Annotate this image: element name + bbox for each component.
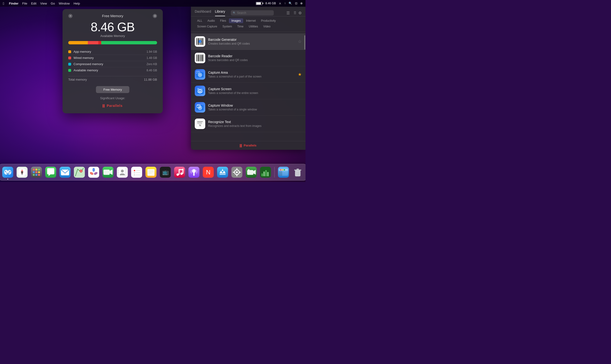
scrollbar-thumb[interactable] [304, 35, 305, 50]
dock-finder-window[interactable] [277, 166, 290, 179]
svg-rect-82 [118, 170, 119, 171]
svg-point-92 [134, 174, 135, 176]
dock-istatmenus[interactable] [259, 166, 272, 179]
barcode-reader-name: Barcode Reader [208, 54, 302, 58]
tab-dashboard[interactable]: Dashboard [195, 10, 211, 16]
barcode-generator-info: Barcode Generator Creates barcodes and Q… [208, 38, 296, 45]
tab-library[interactable]: Library [215, 10, 225, 16]
total-memory-value: 11.88 GB [144, 78, 157, 81]
panel-parallels-bar-1 [240, 144, 240, 147]
dock-reminders[interactable] [130, 166, 143, 179]
scrollbar-track[interactable] [304, 7, 306, 150]
cat-utilities[interactable]: Utilities [246, 24, 260, 29]
cat-audio[interactable]: Audio [205, 18, 217, 23]
svg-rect-7 [203, 38, 203, 45]
cat-images[interactable]: Images [229, 18, 243, 23]
dock-finder[interactable] [1, 166, 14, 179]
search-box[interactable]: 🔍 [231, 10, 274, 15]
dock-messages[interactable] [44, 166, 57, 179]
dock-separator [275, 167, 275, 178]
widget-parallels-logo: Parallels [68, 104, 157, 108]
menubar-cast-icon[interactable]: ⊡ [295, 2, 297, 5]
cat-productivity[interactable]: Productivity [258, 18, 278, 23]
dock-appstore[interactable] [216, 166, 229, 179]
svg-rect-1 [197, 38, 198, 45]
dock-appletv[interactable]: 📺 [159, 166, 172, 179]
menubar-window[interactable]: Window [59, 2, 70, 5]
panel-gear-icon[interactable]: ⚙ [298, 11, 302, 15]
dock-podcasts[interactable] [188, 166, 200, 179]
dock-contacts[interactable] [116, 166, 129, 179]
svg-rect-15 [200, 55, 200, 61]
dot-app-memory [68, 50, 71, 53]
svg-point-133 [280, 169, 281, 170]
free-memory-button[interactable]: Free Memory [96, 86, 129, 93]
dock-sysprefs[interactable] [231, 166, 243, 179]
barcode-reader-desc: Scans barcodes and QR codes [208, 58, 302, 62]
dock-notes[interactable] [145, 166, 158, 179]
dock-camo[interactable] [245, 166, 258, 179]
menubar-left:  Finder File Edit View Go Window Help [3, 1, 80, 5]
menubar-app-name[interactable]: Finder [9, 2, 18, 5]
tool-item-barcode-generator[interactable]: + Barcode Generator Creates barcodes and… [191, 33, 306, 50]
grid-view-icon[interactable]: ⠿ [293, 11, 296, 15]
bar-available-memory [101, 41, 157, 44]
capture-area-desc: Takes a screenshot of a part of the scre… [208, 75, 296, 78]
memory-row-compressed: Compressed memory Zero KB [68, 61, 157, 67]
menubar-arrow-icon[interactable]: ↑ [284, 2, 286, 5]
barcode-reader-info: Barcode Reader Scans barcodes and QR cod… [208, 54, 302, 62]
menubar-file[interactable]: File [22, 2, 27, 5]
dock-trash[interactable] [292, 166, 304, 179]
tool-item-barcode-reader[interactable]: Barcode Reader Scans barcodes and QR cod… [191, 50, 306, 66]
dock-facetime[interactable] [102, 166, 115, 179]
tool-item-capture-area[interactable]: Capture Area Takes a screenshot of a par… [191, 66, 306, 83]
cat-screen-capture[interactable]: Screen Capture [195, 24, 220, 29]
dock-news[interactable]: N [202, 166, 215, 179]
bar-wired-memory [88, 41, 99, 44]
value-wired-memory: 1.48 GB [146, 56, 157, 60]
dock-mail[interactable] [59, 166, 72, 179]
menubar-help[interactable]: Help [74, 2, 80, 5]
cat-system[interactable]: System [220, 24, 234, 29]
cat-time[interactable]: Time [235, 24, 246, 29]
menubar-edit[interactable]: Edit [31, 2, 36, 5]
list-view-icon[interactable]: ☰ [286, 11, 290, 15]
capture-screen-desc: Takes a screenshot of the entire screen [208, 91, 302, 95]
svg-rect-113 [220, 174, 226, 175]
svg-rect-6 [202, 38, 202, 45]
cat-files[interactable]: Files [218, 18, 228, 23]
menubar-extras-icon[interactable]: ⚔ [279, 2, 281, 5]
menubar-go[interactable]: Go [51, 2, 55, 5]
search-input[interactable] [237, 11, 272, 14]
apple-logo-icon[interactable]:  [3, 1, 4, 5]
dock-music[interactable] [173, 166, 186, 179]
cat-internet[interactable]: Internet [244, 18, 258, 23]
svg-point-116 [236, 171, 238, 173]
cat-all[interactable]: ALL [195, 18, 205, 23]
barcode-generator-star[interactable]: ☆ [298, 39, 302, 44]
tool-item-recognize-text[interactable]: Tt Recognize Text Recognizes and extract… [191, 116, 306, 132]
widget-close-button[interactable]: ✕ [68, 14, 73, 18]
svg-point-74 [93, 168, 95, 172]
svg-point-58 [36, 171, 38, 173]
memory-amount-display: 8.46 GB [68, 20, 157, 34]
tool-item-capture-window[interactable]: Capture Window Takes a screenshot of a s… [191, 99, 306, 116]
label-app-memory: App memory [74, 50, 146, 53]
widget-header: ✕ Free Memory ⚙ [68, 14, 157, 18]
dock-photos[interactable] [87, 166, 100, 179]
capture-area-star[interactable]: ★ [298, 72, 302, 77]
panel-parallels-bar-2 [241, 144, 242, 147]
cat-video[interactable]: Video [261, 24, 273, 29]
menubar-view[interactable]: View [40, 2, 47, 5]
tool-item-capture-screen[interactable]: Capture Screen Takes a screenshot of the… [191, 83, 306, 99]
value-app-memory: 1.94 GB [146, 50, 157, 53]
menubar-notch-icon[interactable]: ⊗ [300, 2, 303, 5]
significant-usage-label: Significant Usage: [68, 96, 157, 100]
widget-gear-button[interactable]: ⚙ [153, 14, 157, 18]
dock-safari[interactable] [16, 166, 29, 179]
dock-maps[interactable] [73, 166, 86, 179]
svg-point-43 [8, 170, 12, 175]
svg-rect-123 [248, 169, 250, 170]
dock-launchpad[interactable] [30, 166, 43, 179]
menubar-search-icon[interactable]: 🔍 [289, 2, 292, 5]
